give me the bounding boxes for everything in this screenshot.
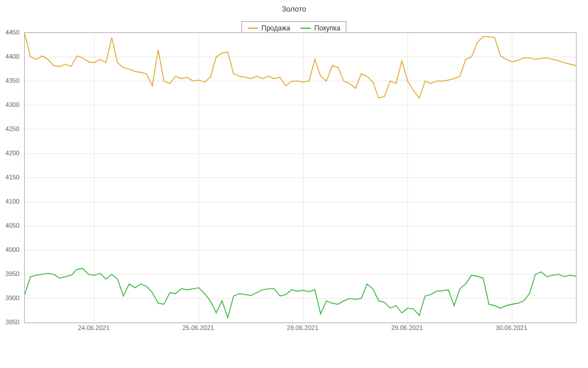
plot-area xyxy=(24,32,577,323)
x-tick-label: 24.06.2021 xyxy=(78,324,110,331)
y-axis-labels: 3850390039504000405041004150420042504300… xyxy=(0,32,22,322)
y-tick-label: 3950 xyxy=(6,270,20,277)
y-tick-label: 3850 xyxy=(6,319,20,325)
chart-container: Золото Продажа Покупка 38503900395040004… xyxy=(0,0,588,368)
y-tick-label: 4100 xyxy=(6,198,20,205)
x-tick-label: 30.06.2021 xyxy=(496,324,527,331)
legend-label-sell: Продажа xyxy=(261,24,290,32)
series-line-sell xyxy=(25,34,576,98)
x-tick-label: 25.06.2021 xyxy=(183,324,214,331)
x-tick-label: 29.06.2021 xyxy=(391,324,423,331)
legend-swatch-buy xyxy=(300,28,311,29)
x-tick-label: 28.06.2021 xyxy=(287,324,319,331)
y-tick-label: 4200 xyxy=(6,150,20,156)
y-tick-label: 4350 xyxy=(6,77,20,84)
gridlines xyxy=(25,33,576,323)
y-tick-label: 4000 xyxy=(6,246,20,253)
y-tick-label: 4400 xyxy=(6,53,20,60)
plot-svg xyxy=(25,33,576,323)
y-tick-label: 4150 xyxy=(6,174,20,181)
series-line-buy xyxy=(25,269,576,318)
legend-item-sell: Продажа xyxy=(247,24,290,32)
y-tick-label: 4050 xyxy=(6,222,20,229)
chart-title: Золото xyxy=(0,5,588,13)
y-tick-label: 3900 xyxy=(6,294,20,301)
legend-swatch-sell xyxy=(247,28,258,29)
legend-item-buy: Покупка xyxy=(300,24,340,32)
y-tick-label: 4300 xyxy=(6,101,20,108)
y-tick-label: 4250 xyxy=(6,125,20,132)
legend-label-buy: Покупка xyxy=(314,24,340,32)
y-tick-label: 4450 xyxy=(6,29,20,36)
